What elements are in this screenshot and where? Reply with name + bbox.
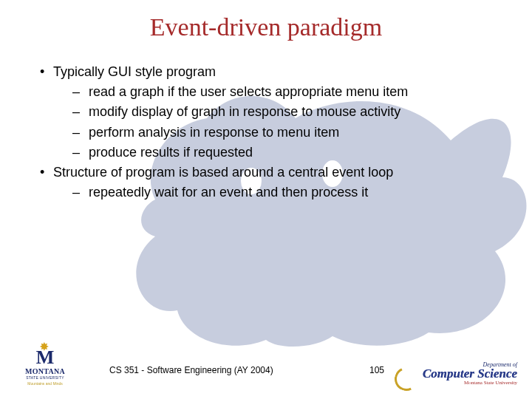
bullet-text: Structure of program is based around a c… — [53, 165, 393, 180]
list-item: –produce results if requested — [40, 143, 498, 162]
slide-body: •Typically GUI style program –read a gra… — [40, 63, 498, 203]
msu-logo: M✸ MONTANA STATE UNIVERSITY Mountains an… — [18, 350, 72, 386]
msu-word: MONTANA — [18, 367, 72, 375]
bullet-text: read a graph if the user selects appropr… — [89, 84, 408, 99]
list-item: •Typically GUI style program — [40, 63, 498, 81]
bullet-text: Typically GUI style program — [53, 64, 216, 79]
list-item: –read a graph if the user selects approp… — [40, 83, 498, 101]
msu-tag: Mountains and Minds — [18, 381, 72, 386]
bullet-text: repeatedly wait for an event and then pr… — [89, 185, 368, 200]
list-item: –perform analysis in response to menu it… — [40, 123, 498, 142]
list-item: •Structure of program is based around a … — [40, 163, 498, 182]
page-number: 105 — [369, 365, 384, 375]
bullet-text: perform analysis in response to menu ite… — [89, 125, 339, 140]
flame-icon: ✸ — [40, 343, 49, 351]
msu-sub: STATE UNIVERSITY — [18, 375, 72, 380]
list-item: –modify display of graph in response to … — [40, 103, 498, 121]
footer: M✸ MONTANA STATE UNIVERSITY Mountains an… — [0, 346, 532, 390]
list-item: –repeatedly wait for an event and then p… — [40, 183, 498, 202]
bullet-text: produce results if requested — [89, 145, 253, 160]
cs-dept-logo: Department of Computer Science Montana S… — [399, 361, 517, 386]
course-label: CS 351 - Software Engineering (AY 2004) — [109, 365, 273, 375]
bullet-text: modify display of graph in response to m… — [89, 104, 400, 119]
slide-title: Event-driven paradigm — [0, 13, 532, 41]
